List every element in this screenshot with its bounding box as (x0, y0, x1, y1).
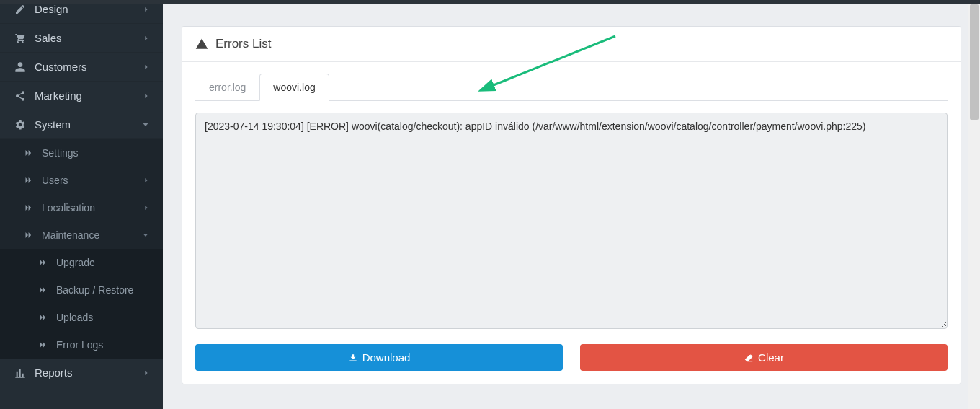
cart-icon (13, 32, 27, 44)
panel-title: Errors List (215, 37, 271, 51)
subnav-item-settings[interactable]: Settings (0, 139, 163, 167)
log-output[interactable] (195, 113, 948, 329)
chevron-down-icon (141, 231, 150, 239)
double-chevron-icon (22, 203, 35, 213)
maintenance-subnav: Upgrade Backup / Restore Uploads (0, 249, 163, 359)
sidebar-item-customers[interactable]: Customers (0, 53, 163, 82)
user-icon (13, 61, 27, 73)
errors-panel: Errors List error.log woovi.log (182, 26, 961, 384)
subnav-label: Localisation (42, 202, 143, 214)
chevron-right-icon (143, 177, 150, 184)
subnav-label: Users (42, 175, 143, 186)
subsub-label: Uploads (56, 312, 93, 323)
subsub-item-upgrade[interactable]: Upgrade (0, 249, 163, 276)
chevron-right-icon (143, 35, 150, 42)
tab-woovi-log[interactable]: woovi.log (259, 74, 329, 101)
system-subnav: Settings Users Localisation (0, 139, 163, 359)
sidebar-item-sales[interactable]: Sales (0, 24, 163, 53)
double-chevron-icon (36, 258, 49, 268)
chevron-right-icon (143, 369, 150, 377)
scrollbar-thumb[interactable] (970, 4, 979, 120)
subsub-label: Error Logs (56, 339, 103, 351)
double-chevron-icon (22, 175, 35, 185)
pencil-icon (13, 4, 27, 15)
sidebar-label: Design (35, 3, 143, 15)
warning-icon (195, 38, 208, 50)
subnav-label: Settings (42, 147, 150, 159)
tab-label: woovi.log (273, 82, 315, 93)
sidebar-label: Sales (35, 32, 143, 44)
subnav-item-users[interactable]: Users (0, 167, 163, 194)
top-dark-strip (0, 0, 980, 4)
subnav-label: Maintenance (42, 229, 141, 241)
download-label: Download (362, 351, 411, 364)
chevron-down-icon (141, 120, 150, 129)
sidebar-item-system[interactable]: System (0, 110, 163, 139)
clear-label: Clear (758, 351, 784, 364)
sidebar-label: System (35, 118, 141, 131)
sidebar-label: Reports (35, 366, 143, 379)
download-icon (348, 353, 358, 363)
subsub-item-backup-restore[interactable]: Backup / Restore (0, 276, 163, 304)
button-row: Download Clear (195, 344, 948, 371)
subsub-item-uploads[interactable]: Uploads (0, 304, 163, 331)
sidebar-item-marketing[interactable]: Marketing (0, 82, 163, 110)
sidebar-item-reports[interactable]: Reports (0, 359, 163, 387)
panel-header: Errors List (182, 27, 961, 62)
sidebar-label: Marketing (35, 89, 143, 102)
double-chevron-icon (22, 230, 35, 240)
double-chevron-icon (22, 148, 35, 158)
share-icon (13, 90, 27, 102)
subsub-label: Backup / Restore (56, 284, 133, 296)
double-chevron-icon (36, 312, 49, 322)
double-chevron-icon (36, 285, 49, 295)
chevron-right-icon (143, 92, 150, 100)
chevron-right-icon (143, 204, 150, 211)
chevron-right-icon (143, 6, 150, 13)
tab-label: error.log (209, 82, 246, 93)
subsub-label: Upgrade (56, 257, 95, 268)
sidebar-label: Customers (35, 61, 143, 73)
chart-bar-icon (13, 367, 27, 379)
sidebar: Design Sales Customers (0, 0, 163, 409)
tab-error-log[interactable]: error.log (195, 74, 259, 101)
chevron-right-icon (143, 63, 150, 71)
double-chevron-icon (36, 340, 49, 350)
gear-icon (13, 119, 27, 131)
scrollbar[interactable] (968, 4, 980, 409)
main-content: Errors List error.log woovi.log (163, 0, 980, 409)
log-tabs: error.log woovi.log (195, 74, 948, 101)
clear-button[interactable]: Clear (580, 344, 948, 371)
subnav-item-localisation[interactable]: Localisation (0, 194, 163, 221)
download-button[interactable]: Download (195, 344, 563, 371)
eraser-icon (744, 353, 754, 363)
subsub-item-error-logs[interactable]: Error Logs (0, 331, 163, 359)
panel-body: error.log woovi.log Download (182, 62, 961, 384)
subnav-item-maintenance[interactable]: Maintenance (0, 221, 163, 249)
